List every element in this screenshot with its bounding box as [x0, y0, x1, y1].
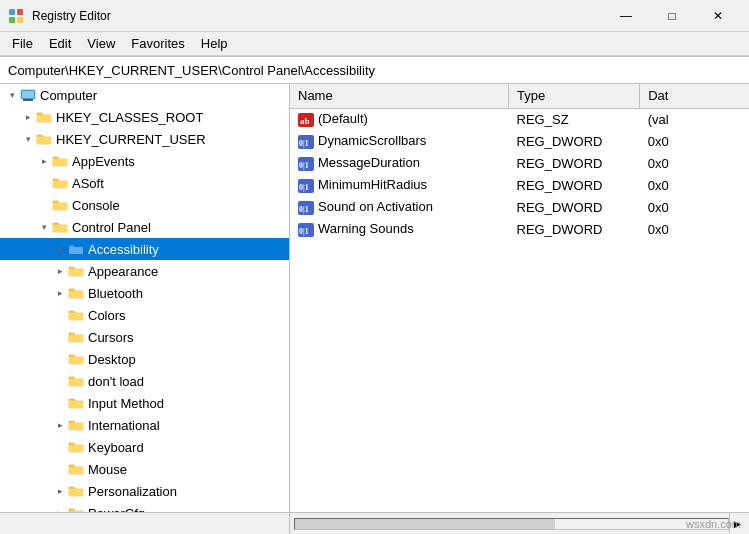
tree-label-hkey_classes_root: HKEY_CLASSES_ROOT	[56, 110, 203, 125]
expand-arrow-hkey_current_user[interactable]: ▾	[20, 131, 36, 147]
tree-label-computer: Computer	[40, 88, 97, 103]
expand-arrow-personalization[interactable]: ▸	[52, 483, 68, 499]
tree-label-powercfg: PowerCfg	[88, 506, 145, 513]
reg-name-text: (Default)	[318, 111, 368, 126]
tree-item-cursors[interactable]: Cursors	[0, 326, 289, 348]
reg-name-text: MessageDuration	[318, 155, 420, 170]
tree-item-colors[interactable]: Colors	[0, 304, 289, 326]
svg-text:0|1: 0|1	[299, 227, 309, 236]
col-header-type: Type	[509, 84, 640, 108]
table-row[interactable]: 0|1 MinimumHitRadiusREG_DWORD0x0	[290, 174, 749, 196]
table-row[interactable]: 0|1 MessageDurationREG_DWORD0x0	[290, 152, 749, 174]
folder-icon-computer	[20, 87, 36, 103]
folder-icon-powercfg	[68, 505, 84, 512]
menu-file[interactable]: File	[4, 33, 41, 55]
folder-icon-dontload	[68, 373, 84, 389]
menu-favorites[interactable]: Favorites	[123, 33, 192, 55]
values-panel[interactable]: Name Type Dat ab (Default)REG_SZ(val 0|1…	[290, 84, 749, 512]
tree-label-keyboard: Keyboard	[88, 440, 144, 455]
reg-data-cell: 0x0	[640, 152, 749, 174]
table-row[interactable]: 0|1 Sound on ActivationREG_DWORD0x0	[290, 196, 749, 218]
col-header-name: Name	[290, 84, 509, 108]
tree-label-accessibility: Accessibility	[88, 242, 159, 257]
expand-arrow-appevents[interactable]: ▸	[36, 153, 52, 169]
tree-label-console: Console	[72, 198, 120, 213]
folder-icon-hkey_classes_root	[36, 109, 52, 125]
reg-name-text: MinimumHitRadius	[318, 177, 427, 192]
tree-label-cursors: Cursors	[88, 330, 134, 345]
tree-label-bluetooth: Bluetooth	[88, 286, 143, 301]
expand-arrow-computer[interactable]: ▾	[4, 87, 20, 103]
tree-label-asoft: ASoft	[72, 176, 104, 191]
tree-item-keyboard[interactable]: Keyboard	[0, 436, 289, 458]
dword-icon: 0|1	[298, 179, 314, 193]
table-row[interactable]: ab (Default)REG_SZ(val	[290, 108, 749, 130]
title-bar: Registry Editor — □ ✕	[0, 0, 749, 32]
tree-item-international[interactable]: ▸ International	[0, 414, 289, 436]
menu-bar: File Edit View Favorites Help	[0, 32, 749, 56]
close-button[interactable]: ✕	[695, 0, 741, 32]
table-row[interactable]: 0|1 DynamicScrollbarsREG_DWORD0x0	[290, 130, 749, 152]
menu-view[interactable]: View	[79, 33, 123, 55]
folder-icon-colors	[68, 307, 84, 323]
svg-text:0|1: 0|1	[299, 161, 309, 170]
maximize-button[interactable]: □	[649, 0, 695, 32]
tree-label-mouse: Mouse	[88, 462, 127, 477]
svg-text:0|1: 0|1	[299, 205, 309, 214]
expand-arrow-powercfg[interactable]: ▸	[52, 505, 68, 512]
svg-rect-5	[23, 99, 33, 101]
tree-item-desktop[interactable]: Desktop	[0, 348, 289, 370]
tree-item-mouse[interactable]: Mouse	[0, 458, 289, 480]
folder-icon-asoft	[52, 175, 68, 191]
expand-arrow-bluetooth[interactable]: ▸	[52, 285, 68, 301]
reg-type-cell: REG_DWORD	[509, 130, 640, 152]
tree-item-computer[interactable]: ▾ Computer	[0, 84, 289, 106]
menu-edit[interactable]: Edit	[41, 33, 79, 55]
dword-icon: 0|1	[298, 223, 314, 237]
reg-type-cell: REG_DWORD	[509, 152, 640, 174]
svg-rect-3	[17, 17, 23, 23]
reg-name-cell: 0|1 Warning Sounds	[290, 218, 509, 240]
registry-table: Name Type Dat ab (Default)REG_SZ(val 0|1…	[290, 84, 749, 240]
tree-item-hkey_classes_root[interactable]: ▸ HKEY_CLASSES_ROOT	[0, 106, 289, 128]
expand-arrow-international[interactable]: ▸	[52, 417, 68, 433]
tree-item-inputmethod[interactable]: Input Method	[0, 392, 289, 414]
minimize-button[interactable]: —	[603, 0, 649, 32]
tree-item-control_panel[interactable]: ▾ Control Panel	[0, 216, 289, 238]
tree-item-asoft[interactable]: ASoft	[0, 172, 289, 194]
tree-label-inputmethod: Input Method	[88, 396, 164, 411]
folder-icon-control_panel	[52, 219, 68, 235]
tree-item-appearance[interactable]: ▸ Appearance	[0, 260, 289, 282]
tree-item-accessibility[interactable]: ▸ Accessibility	[0, 238, 289, 260]
address-path: Computer\HKEY_CURRENT_USER\Control Panel…	[8, 63, 375, 78]
folder-icon-inputmethod	[68, 395, 84, 411]
tree-panel[interactable]: ▾ Computer▸ HKEY_CLASSES_ROOT▾ HKEY_CURR…	[0, 84, 290, 512]
tree-item-appevents[interactable]: ▸ AppEvents	[0, 150, 289, 172]
folder-icon-appearance	[68, 263, 84, 279]
menu-help[interactable]: Help	[193, 33, 236, 55]
reg-data-cell: 0x0	[640, 196, 749, 218]
folder-icon-appevents	[52, 153, 68, 169]
dword-icon: 0|1	[298, 201, 314, 215]
tree-item-bluetooth[interactable]: ▸ Bluetooth	[0, 282, 289, 304]
tree-item-personalization[interactable]: ▸ Personalization	[0, 480, 289, 502]
expand-arrow-appearance[interactable]: ▸	[52, 263, 68, 279]
reg-name-text: Warning Sounds	[318, 221, 414, 236]
table-row[interactable]: 0|1 Warning SoundsREG_DWORD0x0	[290, 218, 749, 240]
tree-item-console[interactable]: Console	[0, 194, 289, 216]
folder-icon-keyboard	[68, 439, 84, 455]
folder-icon-international	[68, 417, 84, 433]
reg-name-cell: 0|1 MinimumHitRadius	[290, 174, 509, 196]
tree-item-hkey_current_user[interactable]: ▾ HKEY_CURRENT_USER	[0, 128, 289, 150]
reg-name-cell: ab (Default)	[290, 108, 509, 130]
tree-label-dontload: don't load	[88, 374, 144, 389]
tree-item-powercfg[interactable]: ▸ PowerCfg	[0, 502, 289, 512]
expand-arrow-hkey_classes_root[interactable]: ▸	[20, 109, 36, 125]
expand-arrow-control_panel[interactable]: ▾	[36, 219, 52, 235]
svg-rect-2	[9, 17, 15, 23]
folder-icon-bluetooth	[68, 285, 84, 301]
expand-arrow-accessibility[interactable]: ▸	[52, 241, 68, 257]
reg-name-text: DynamicScrollbars	[318, 133, 426, 148]
tree-item-dontload[interactable]: don't load	[0, 370, 289, 392]
reg-name-text: Sound on Activation	[318, 199, 433, 214]
